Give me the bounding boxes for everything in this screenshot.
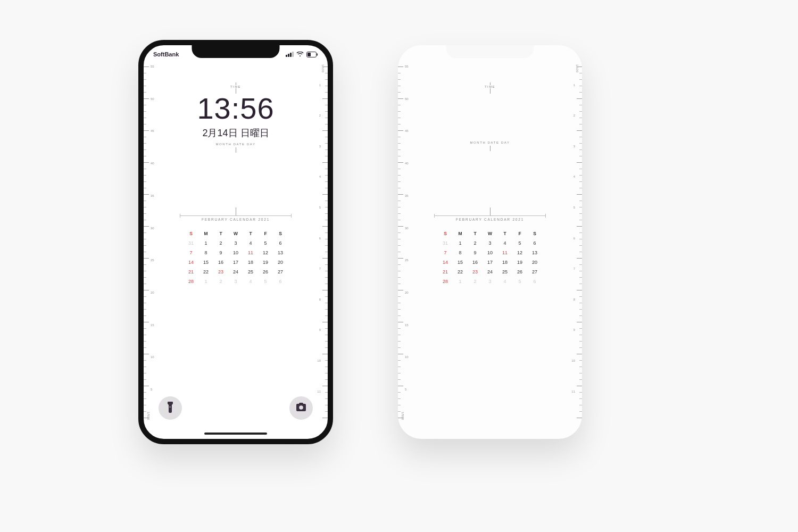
calendar-day: 27 xyxy=(531,269,538,275)
calendar-rule-icon xyxy=(180,215,292,216)
calendar-dow: M xyxy=(202,231,210,236)
ruler-number: 15 xyxy=(405,323,409,327)
calendar-dow: W xyxy=(486,231,494,236)
calendar-day: 24 xyxy=(232,269,239,275)
calendar-day: 12 xyxy=(262,250,269,255)
time-block: TIME 13:56 2月14日 日曜日 MONTH DATE DAY xyxy=(144,82,328,153)
calendar-day: 2 xyxy=(471,279,479,284)
ruler-number: 10 xyxy=(317,359,321,362)
calendar-day: 23 xyxy=(217,269,225,275)
calendar-day: 17 xyxy=(232,260,239,265)
calendar-day: 9 xyxy=(217,250,225,255)
calendar-day: 18 xyxy=(247,260,254,265)
ruler-number: 55 xyxy=(151,65,154,68)
calendar-day: 6 xyxy=(277,279,284,284)
calendar-dow: T xyxy=(471,231,479,236)
calendar-day: 17 xyxy=(486,260,494,265)
calendar-day: 5 xyxy=(516,240,523,246)
calendar-day: 13 xyxy=(277,250,284,255)
calendar-day: 13 xyxy=(531,250,538,255)
calendar-day: 4 xyxy=(501,240,509,246)
screen-left: SoftBank 5550454035302520151051/500 1234… xyxy=(144,45,328,439)
calendar-day: 28 xyxy=(187,279,195,284)
calendar-day: 18 xyxy=(501,260,509,265)
ruler-scale-label: 1/100 xyxy=(321,64,325,72)
flashlight-button[interactable] xyxy=(159,396,182,420)
calendar-day: 8 xyxy=(202,250,210,255)
iphone-frame-right: 5550454035302520151051/500 1234567891011… xyxy=(398,45,582,439)
calendar-day: 6 xyxy=(531,279,538,284)
calendar-day: 1 xyxy=(456,279,464,284)
ruler-number: 35 xyxy=(405,194,409,197)
calendar-marker-icon xyxy=(236,207,236,215)
date-marker-icon xyxy=(398,146,582,151)
ruler-number: 8 xyxy=(573,298,575,301)
calendar-day: 5 xyxy=(262,279,269,284)
calendar-day: 20 xyxy=(531,260,538,265)
calendar-dow: M xyxy=(456,231,464,236)
camera-button[interactable] xyxy=(289,396,313,420)
clock-time: 13:56 xyxy=(144,94,328,123)
home-indicator[interactable] xyxy=(204,433,267,435)
calendar-day: 14 xyxy=(442,260,449,265)
calendar-day: 20 xyxy=(277,260,284,265)
calendar-day: 7 xyxy=(187,250,195,255)
calendar-grid: SMTWTFS311234567891011121314151617181920… xyxy=(434,227,546,288)
calendar-day: 11 xyxy=(247,250,254,255)
ruler-number: 10 xyxy=(405,355,409,359)
calendar-day: 8 xyxy=(456,250,464,255)
calendar-day: 3 xyxy=(232,279,239,284)
calendar-marker-icon xyxy=(490,207,491,215)
ruler-number: 20 xyxy=(405,291,409,294)
calendar-dow: F xyxy=(262,231,269,236)
calendar-dow: W xyxy=(232,231,239,236)
calendar-day: 6 xyxy=(277,240,284,246)
calendar-day: 31 xyxy=(442,240,449,246)
calendar-dow: T xyxy=(247,231,254,236)
calendar-dow: T xyxy=(217,231,225,236)
calendar-day: 21 xyxy=(187,269,195,275)
calendar-day: 21 xyxy=(442,269,449,275)
date-sublabel: MONTH DATE DAY xyxy=(398,141,582,144)
calendar-day: 1 xyxy=(202,279,210,284)
calendar-dow: T xyxy=(501,231,509,236)
battery-icon xyxy=(306,52,318,57)
calendar-grid: SMTWTFS311234567891011121314151617181920… xyxy=(180,227,292,288)
calendar-day: 7 xyxy=(442,250,449,255)
ruler-scale-label: 1/500 xyxy=(401,412,404,420)
iphone-frame-left: SoftBank 5550454035302520151051/500 1234… xyxy=(138,40,333,444)
calendar-day: 5 xyxy=(262,240,269,246)
calendar: FEBRUARY CALENDAR 2021 SMTWTFS3112345678… xyxy=(398,207,582,288)
ruler-number: 11 xyxy=(317,390,321,393)
ruler-number: 40 xyxy=(151,162,154,165)
calendar-title: FEBRUARY CALENDAR 2021 xyxy=(456,218,524,221)
date-marker-icon xyxy=(144,147,328,153)
notch-icon xyxy=(446,45,534,58)
time-marker-icon: TIME xyxy=(398,82,582,94)
calendar-day: 3 xyxy=(486,240,494,246)
date-sublabel: MONTH DATE DAY xyxy=(144,143,328,146)
ruler-number: 55 xyxy=(405,65,409,68)
ruler-number: 10 xyxy=(151,355,154,359)
calendar-day: 25 xyxy=(247,269,254,275)
ruler-number: 10 xyxy=(571,359,575,362)
calendar-day: 1 xyxy=(456,240,464,246)
calendar-day: 2 xyxy=(471,240,479,246)
screen-right: 5550454035302520151051/500 1234567891011… xyxy=(398,45,582,439)
ruler-number: 4 xyxy=(573,175,575,178)
calendar-rule-icon xyxy=(434,215,546,216)
calendar-day: 4 xyxy=(501,279,509,284)
calendar-day: 5 xyxy=(516,279,523,284)
svg-rect-2 xyxy=(317,53,318,55)
calendar-day: 19 xyxy=(262,260,269,265)
ruler-number: 4 xyxy=(319,175,321,178)
ruler-number: 11 xyxy=(571,390,575,393)
calendar-day: 2 xyxy=(217,279,225,284)
svg-rect-1 xyxy=(307,53,311,56)
ruler-number: 8 xyxy=(319,298,321,301)
calendar-day: 16 xyxy=(471,260,479,265)
calendar-day: 28 xyxy=(442,279,449,284)
calendar-day: 26 xyxy=(516,269,523,275)
calendar: FEBRUARY CALENDAR 2021 SMTWTFS3112345678… xyxy=(144,207,328,288)
calendar-day: 9 xyxy=(471,250,479,255)
